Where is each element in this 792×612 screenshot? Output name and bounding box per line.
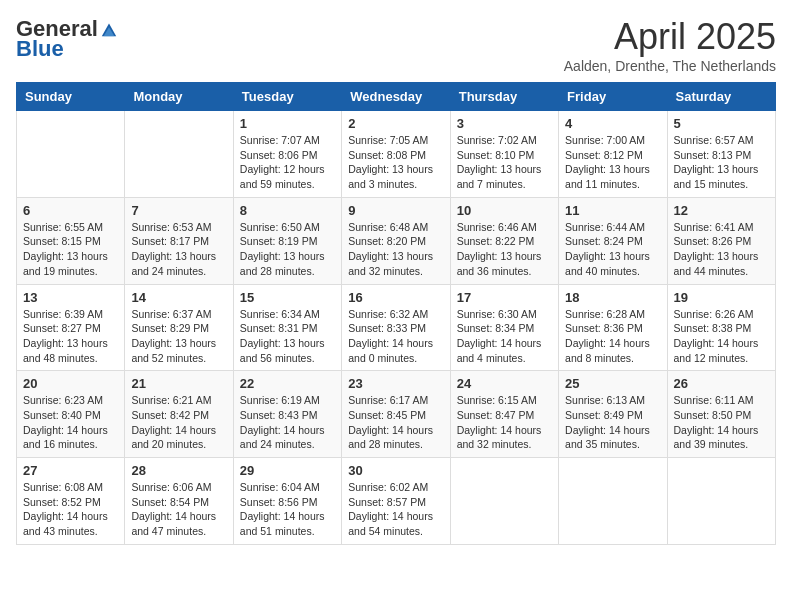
calendar-cell: 20Sunrise: 6:23 AM Sunset: 8:40 PM Dayli… xyxy=(17,371,125,458)
day-info: Sunrise: 6:02 AM Sunset: 8:57 PM Dayligh… xyxy=(348,480,443,539)
calendar-cell: 18Sunrise: 6:28 AM Sunset: 8:36 PM Dayli… xyxy=(559,284,667,371)
logo-icon xyxy=(100,20,118,38)
day-number: 22 xyxy=(240,376,335,391)
day-info: Sunrise: 6:21 AM Sunset: 8:42 PM Dayligh… xyxy=(131,393,226,452)
calendar-week-row: 13Sunrise: 6:39 AM Sunset: 8:27 PM Dayli… xyxy=(17,284,776,371)
calendar-week-row: 1Sunrise: 7:07 AM Sunset: 8:06 PM Daylig… xyxy=(17,111,776,198)
calendar-subtitle: Aalden, Drenthe, The Netherlands xyxy=(564,58,776,74)
logo-blue-text: Blue xyxy=(16,36,64,62)
day-info: Sunrise: 6:30 AM Sunset: 8:34 PM Dayligh… xyxy=(457,307,552,366)
day-number: 13 xyxy=(23,290,118,305)
day-number: 8 xyxy=(240,203,335,218)
calendar-cell xyxy=(559,458,667,545)
calendar-cell: 12Sunrise: 6:41 AM Sunset: 8:26 PM Dayli… xyxy=(667,197,775,284)
day-number: 12 xyxy=(674,203,769,218)
calendar-cell: 10Sunrise: 6:46 AM Sunset: 8:22 PM Dayli… xyxy=(450,197,558,284)
day-number: 27 xyxy=(23,463,118,478)
day-info: Sunrise: 6:28 AM Sunset: 8:36 PM Dayligh… xyxy=(565,307,660,366)
calendar-cell: 8Sunrise: 6:50 AM Sunset: 8:19 PM Daylig… xyxy=(233,197,341,284)
calendar-cell: 22Sunrise: 6:19 AM Sunset: 8:43 PM Dayli… xyxy=(233,371,341,458)
day-info: Sunrise: 7:05 AM Sunset: 8:08 PM Dayligh… xyxy=(348,133,443,192)
calendar-cell: 2Sunrise: 7:05 AM Sunset: 8:08 PM Daylig… xyxy=(342,111,450,198)
day-info: Sunrise: 6:50 AM Sunset: 8:19 PM Dayligh… xyxy=(240,220,335,279)
day-number: 18 xyxy=(565,290,660,305)
weekday-header-sunday: Sunday xyxy=(17,83,125,111)
day-number: 1 xyxy=(240,116,335,131)
day-number: 20 xyxy=(23,376,118,391)
day-info: Sunrise: 7:02 AM Sunset: 8:10 PM Dayligh… xyxy=(457,133,552,192)
day-number: 15 xyxy=(240,290,335,305)
day-info: Sunrise: 6:15 AM Sunset: 8:47 PM Dayligh… xyxy=(457,393,552,452)
day-info: Sunrise: 6:48 AM Sunset: 8:20 PM Dayligh… xyxy=(348,220,443,279)
day-number: 5 xyxy=(674,116,769,131)
day-number: 9 xyxy=(348,203,443,218)
calendar-cell: 16Sunrise: 6:32 AM Sunset: 8:33 PM Dayli… xyxy=(342,284,450,371)
day-info: Sunrise: 6:57 AM Sunset: 8:13 PM Dayligh… xyxy=(674,133,769,192)
calendar-cell xyxy=(125,111,233,198)
weekday-header-row: SundayMondayTuesdayWednesdayThursdayFrid… xyxy=(17,83,776,111)
page-header: General Blue April 2025 Aalden, Drenthe,… xyxy=(16,16,776,74)
day-number: 19 xyxy=(674,290,769,305)
day-number: 26 xyxy=(674,376,769,391)
weekday-header-monday: Monday xyxy=(125,83,233,111)
calendar-cell: 30Sunrise: 6:02 AM Sunset: 8:57 PM Dayli… xyxy=(342,458,450,545)
weekday-header-tuesday: Tuesday xyxy=(233,83,341,111)
day-number: 14 xyxy=(131,290,226,305)
calendar-cell: 28Sunrise: 6:06 AM Sunset: 8:54 PM Dayli… xyxy=(125,458,233,545)
calendar-cell: 25Sunrise: 6:13 AM Sunset: 8:49 PM Dayli… xyxy=(559,371,667,458)
calendar-cell: 19Sunrise: 6:26 AM Sunset: 8:38 PM Dayli… xyxy=(667,284,775,371)
calendar-cell: 24Sunrise: 6:15 AM Sunset: 8:47 PM Dayli… xyxy=(450,371,558,458)
calendar-cell: 9Sunrise: 6:48 AM Sunset: 8:20 PM Daylig… xyxy=(342,197,450,284)
day-number: 30 xyxy=(348,463,443,478)
calendar-cell: 27Sunrise: 6:08 AM Sunset: 8:52 PM Dayli… xyxy=(17,458,125,545)
day-number: 21 xyxy=(131,376,226,391)
calendar-cell: 17Sunrise: 6:30 AM Sunset: 8:34 PM Dayli… xyxy=(450,284,558,371)
day-number: 24 xyxy=(457,376,552,391)
day-info: Sunrise: 6:41 AM Sunset: 8:26 PM Dayligh… xyxy=(674,220,769,279)
day-info: Sunrise: 6:04 AM Sunset: 8:56 PM Dayligh… xyxy=(240,480,335,539)
day-info: Sunrise: 6:19 AM Sunset: 8:43 PM Dayligh… xyxy=(240,393,335,452)
logo: General Blue xyxy=(16,16,118,62)
calendar-cell: 13Sunrise: 6:39 AM Sunset: 8:27 PM Dayli… xyxy=(17,284,125,371)
day-info: Sunrise: 6:32 AM Sunset: 8:33 PM Dayligh… xyxy=(348,307,443,366)
calendar-cell: 11Sunrise: 6:44 AM Sunset: 8:24 PM Dayli… xyxy=(559,197,667,284)
day-info: Sunrise: 6:13 AM Sunset: 8:49 PM Dayligh… xyxy=(565,393,660,452)
day-number: 17 xyxy=(457,290,552,305)
calendar-cell: 26Sunrise: 6:11 AM Sunset: 8:50 PM Dayli… xyxy=(667,371,775,458)
calendar-week-row: 6Sunrise: 6:55 AM Sunset: 8:15 PM Daylig… xyxy=(17,197,776,284)
calendar-cell: 15Sunrise: 6:34 AM Sunset: 8:31 PM Dayli… xyxy=(233,284,341,371)
day-info: Sunrise: 6:53 AM Sunset: 8:17 PM Dayligh… xyxy=(131,220,226,279)
day-info: Sunrise: 6:06 AM Sunset: 8:54 PM Dayligh… xyxy=(131,480,226,539)
calendar-week-row: 20Sunrise: 6:23 AM Sunset: 8:40 PM Dayli… xyxy=(17,371,776,458)
day-info: Sunrise: 6:46 AM Sunset: 8:22 PM Dayligh… xyxy=(457,220,552,279)
day-info: Sunrise: 6:17 AM Sunset: 8:45 PM Dayligh… xyxy=(348,393,443,452)
day-info: Sunrise: 7:00 AM Sunset: 8:12 PM Dayligh… xyxy=(565,133,660,192)
calendar-table: SundayMondayTuesdayWednesdayThursdayFrid… xyxy=(16,82,776,545)
calendar-cell: 21Sunrise: 6:21 AM Sunset: 8:42 PM Dayli… xyxy=(125,371,233,458)
calendar-cell: 3Sunrise: 7:02 AM Sunset: 8:10 PM Daylig… xyxy=(450,111,558,198)
day-info: Sunrise: 6:08 AM Sunset: 8:52 PM Dayligh… xyxy=(23,480,118,539)
day-number: 16 xyxy=(348,290,443,305)
title-block: April 2025 Aalden, Drenthe, The Netherla… xyxy=(564,16,776,74)
day-info: Sunrise: 6:11 AM Sunset: 8:50 PM Dayligh… xyxy=(674,393,769,452)
day-number: 25 xyxy=(565,376,660,391)
day-number: 28 xyxy=(131,463,226,478)
day-info: Sunrise: 6:23 AM Sunset: 8:40 PM Dayligh… xyxy=(23,393,118,452)
weekday-header-friday: Friday xyxy=(559,83,667,111)
day-number: 29 xyxy=(240,463,335,478)
calendar-cell xyxy=(17,111,125,198)
calendar-cell: 23Sunrise: 6:17 AM Sunset: 8:45 PM Dayli… xyxy=(342,371,450,458)
calendar-cell xyxy=(667,458,775,545)
day-number: 7 xyxy=(131,203,226,218)
day-info: Sunrise: 6:34 AM Sunset: 8:31 PM Dayligh… xyxy=(240,307,335,366)
day-number: 11 xyxy=(565,203,660,218)
day-number: 4 xyxy=(565,116,660,131)
calendar-week-row: 27Sunrise: 6:08 AM Sunset: 8:52 PM Dayli… xyxy=(17,458,776,545)
calendar-cell: 4Sunrise: 7:00 AM Sunset: 8:12 PM Daylig… xyxy=(559,111,667,198)
day-info: Sunrise: 7:07 AM Sunset: 8:06 PM Dayligh… xyxy=(240,133,335,192)
day-number: 2 xyxy=(348,116,443,131)
weekday-header-wednesday: Wednesday xyxy=(342,83,450,111)
calendar-cell: 29Sunrise: 6:04 AM Sunset: 8:56 PM Dayli… xyxy=(233,458,341,545)
calendar-cell: 1Sunrise: 7:07 AM Sunset: 8:06 PM Daylig… xyxy=(233,111,341,198)
calendar-cell: 7Sunrise: 6:53 AM Sunset: 8:17 PM Daylig… xyxy=(125,197,233,284)
